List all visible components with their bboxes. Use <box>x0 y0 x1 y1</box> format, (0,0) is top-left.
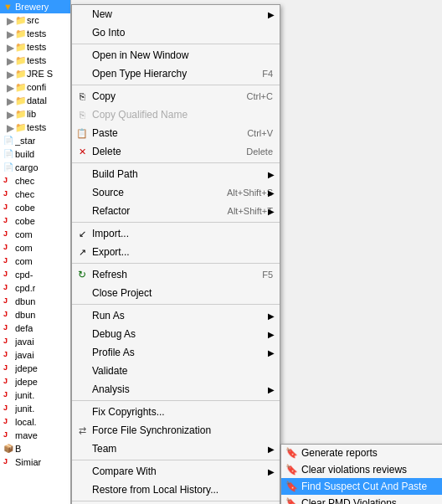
tree-item-22[interactable]: J dbun <box>0 295 70 308</box>
menu-item-copy-qualified[interactable]: ⎘ Copy Qualified Name <box>72 105 280 124</box>
shortcut-copy: Ctrl+C <box>247 91 273 101</box>
menu-label-paste: Paste <box>92 127 230 139</box>
menu-item-refresh[interactable]: ↻ Refresh F5 <box>72 265 280 284</box>
menu-label-source: Source <box>92 187 210 198</box>
tree-label: tests <box>27 28 46 39</box>
tree-item-3[interactable]: ▶ 📁 tests <box>0 40 70 54</box>
tree-item-26[interactable]: J javai <box>0 348 70 362</box>
pmd-menu-clear-violations[interactable]: 🔖 Clear violations reviews <box>281 461 442 478</box>
tree-item-5[interactable]: ▶ 📁 JRE S <box>0 67 70 80</box>
java-icon: J <box>3 350 13 360</box>
menu-label-import: Import... <box>92 228 273 239</box>
menu-item-copyrights[interactable]: Fix Copyrights... <box>72 403 280 421</box>
tree-item-28[interactable]: J jdepe <box>0 375 70 388</box>
java-icon: J <box>3 296 13 306</box>
tree-item-13[interactable]: J chec <box>0 174 70 188</box>
tree-label: lib <box>27 109 36 119</box>
tree-item-31[interactable]: J local. <box>0 415 70 429</box>
pmd-menu-generate[interactable]: 🔖 Generate reports <box>281 445 442 461</box>
expand-icon: ▶ <box>3 69 13 79</box>
tree-item-9[interactable]: ▶ 📁 tests <box>0 121 70 134</box>
tree-label: junit. <box>15 404 34 414</box>
separator-4 <box>72 222 280 223</box>
pmd-menu-find-suspect[interactable]: 🔖 Find Suspect Cut And Paste <box>281 478 442 495</box>
submenu-arrow-source: ▶ <box>268 188 275 198</box>
tree-item-12[interactable]: 📄 cargo <box>0 161 70 174</box>
folder-icon: 📁 <box>15 109 25 119</box>
menu-label-refresh: Refresh <box>92 269 245 280</box>
expand-icon: ▶ <box>3 95 13 105</box>
pmd-generate-icon: 🔖 <box>285 446 298 460</box>
java-icon: J <box>3 283 13 293</box>
shortcut-refactor: Alt+Shift+T <box>228 206 273 216</box>
menu-item-type-hierarchy[interactable]: Open Type Hierarchy F4 <box>72 64 280 83</box>
tree-item-24[interactable]: J defa <box>0 321 70 335</box>
folder-icon: 📁 <box>15 55 25 65</box>
tree-item-19[interactable]: J com <box>0 255 70 268</box>
menu-label-build-path: Build Path <box>92 168 273 180</box>
menu-item-open-window[interactable]: Open in New Window <box>72 46 280 64</box>
menu-item-profile-as[interactable]: Profile As ▶ <box>72 343 280 362</box>
tree-panel: ▼ Brewery ▶ 📁 src ▶ 📁 tests ▶ 📁 tests ▶ … <box>0 0 71 504</box>
menu-label-new: New <box>92 8 273 20</box>
menu-item-team[interactable]: Team ▶ <box>72 440 280 458</box>
menu-item-restore[interactable]: Restore from Local History... <box>72 481 280 499</box>
tree-item-34[interactable]: J Simiar <box>0 455 70 469</box>
tree-item-30[interactable]: J junit. <box>0 402 70 415</box>
menu-item-analysis[interactable]: Analysis ▶ <box>72 380 280 399</box>
menu-item-export[interactable]: ↗ Export... <box>72 243 280 261</box>
tree-item-8[interactable]: ▶ 📁 lib <box>0 107 70 121</box>
menu-label-team: Team <box>92 443 273 455</box>
menu-item-gointo[interactable]: Go Into <box>72 23 280 42</box>
menu-item-delete[interactable]: ✕ Delete Delete <box>72 142 280 161</box>
menu-item-paste[interactable]: 📋 Paste Ctrl+V <box>72 124 280 142</box>
menu-item-sync[interactable]: ⇄ Force File Synchronization <box>72 421 280 440</box>
menu-item-copy[interactable]: ⎘ Copy Ctrl+C <box>72 87 280 105</box>
tree-item-27[interactable]: J jdepe <box>0 362 70 375</box>
submenu-arrow-build: ▶ <box>268 170 275 179</box>
folder-icon: 📁 <box>15 82 25 92</box>
tree-item-23[interactable]: J dbun <box>0 308 70 321</box>
tree-label: chec <box>15 189 34 199</box>
tree-item-17[interactable]: J com <box>0 228 70 241</box>
tree-item-18[interactable]: J com <box>0 241 70 255</box>
tree-item-11[interactable]: 📄 build <box>0 147 70 161</box>
tree-item-16[interactable]: J cobe <box>0 214 70 228</box>
tree-item-6[interactable]: ▶ 📁 confi <box>0 80 70 94</box>
expand-icon: ▶ <box>3 122 13 132</box>
menu-item-compare[interactable]: Compare With ▶ <box>72 462 280 481</box>
pmd-clear-icon: 🔖 <box>285 463 298 476</box>
menu-item-close-project[interactable]: Close Project <box>72 284 280 302</box>
tree-item-4[interactable]: ▶ 📁 tests <box>0 54 70 67</box>
tree-item-10[interactable]: 📄 _star <box>0 134 70 147</box>
tree-item-32[interactable]: J mave <box>0 429 70 442</box>
tree-item-20[interactable]: J cpd- <box>0 268 70 281</box>
menu-item-import[interactable]: ↙ Import... <box>72 224 280 243</box>
tree-item-21[interactable]: J cpd.r <box>0 281 70 295</box>
menu-item-new[interactable]: New ▶ <box>72 5 280 23</box>
tree-item-src[interactable]: ▶ 📁 src <box>0 13 70 27</box>
tree-item-29[interactable]: J junit. <box>0 388 70 402</box>
shortcut-type-hierarchy: F4 <box>262 69 273 79</box>
tree-item-brewery[interactable]: ▼ Brewery <box>0 0 70 13</box>
refresh-icon: ↻ <box>75 268 89 281</box>
menu-item-source[interactable]: Source Alt+Shift+S ▶ <box>72 183 280 202</box>
folder-icon: ▼ <box>3 2 13 12</box>
pmd-clearpmd-icon: 🔖 <box>285 496 298 504</box>
tree-item-14[interactable]: J chec <box>0 188 70 201</box>
pmd-suspect-icon: 🔖 <box>285 480 298 493</box>
copy-qualified-icon: ⎘ <box>75 108 89 121</box>
pmd-menu-clear-pmd[interactable]: 🔖 Clear PMD Violations <box>281 495 442 504</box>
tree-item-7[interactable]: ▶ 📁 datal <box>0 94 70 107</box>
menu-item-run-as[interactable]: Run As ▶ <box>72 306 280 325</box>
tree-item-33[interactable]: 📦 B <box>0 442 70 455</box>
menu-item-validate[interactable]: Validate <box>72 362 280 380</box>
tree-item-15[interactable]: J cobe <box>0 201 70 214</box>
menu-item-refactor[interactable]: Refactor Alt+Shift+T ▶ <box>72 202 280 220</box>
menu-item-debug-as[interactable]: Debug As ▶ <box>72 325 280 343</box>
tree-item-2[interactable]: ▶ 📁 tests <box>0 27 70 40</box>
tree-label: JRE S <box>27 69 53 79</box>
tree-item-25[interactable]: J javai <box>0 335 70 348</box>
menu-item-build-path[interactable]: Build Path ▶ <box>72 165 280 183</box>
java-icon: J <box>3 337 13 347</box>
